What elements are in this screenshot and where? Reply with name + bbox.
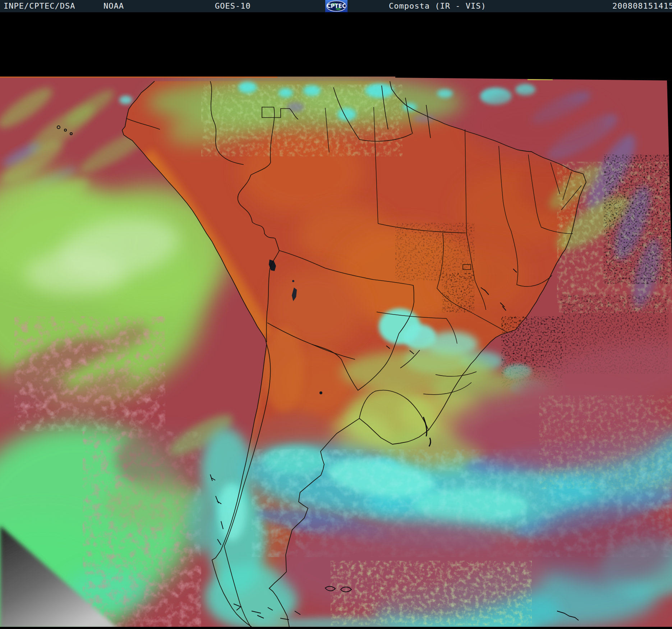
agency-label: NOAA <box>103 1 124 10</box>
satellite-product-window: INPE/CPTEC/DSA NOAA GOES-10 Composta (IR… <box>0 0 672 629</box>
scan-edge-yellow-line <box>528 79 553 80</box>
titlebar: INPE/CPTEC/DSA NOAA GOES-10 Composta (IR… <box>0 0 672 13</box>
logo-text: CPTEC <box>327 3 346 9</box>
source-label: INPE/CPTEC/DSA <box>4 1 75 10</box>
cptec-logo: CPTEC CPTEC <box>325 0 347 12</box>
timestamp-label: 200808151415 <box>612 1 672 10</box>
bottom-black-margin <box>0 627 672 629</box>
satellite-label: GOES-10 <box>215 1 251 10</box>
product-label: Composta (IR - VIS) <box>389 1 486 10</box>
scan-edge-orange-line <box>0 77 277 78</box>
goes-composite-image <box>0 0 672 629</box>
satellite-map <box>0 0 672 629</box>
